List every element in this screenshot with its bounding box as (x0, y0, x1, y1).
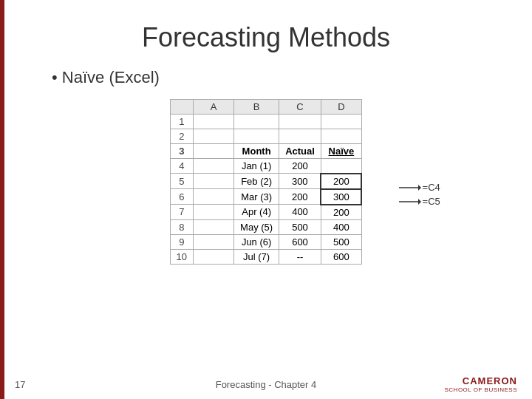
row-num: 9 (170, 234, 193, 249)
cell-actual-apr: 400 (279, 205, 321, 220)
cell-a4 (194, 159, 234, 174)
left-border-decoration (0, 0, 4, 399)
cell-naive-jun: 500 (321, 234, 361, 249)
cell-naive-may: 400 (321, 219, 361, 234)
row-num: 4 (170, 159, 193, 174)
table-row: 10 Jul (7) -- 600 (170, 249, 361, 264)
table-row: 1 (170, 115, 361, 129)
col-b-header: B (234, 100, 279, 115)
table-row: 7 Apr (4) 400 200 (170, 205, 361, 220)
table-row: 6 Mar (3) 200 300 (170, 189, 361, 205)
cell-month-jan: Jan (1) (234, 159, 279, 174)
cell-month-jun: Jun (6) (234, 234, 279, 249)
col-month-header: Month (234, 144, 279, 159)
row-num: 6 (170, 189, 193, 205)
cell-month-apr: Apr (4) (234, 205, 279, 220)
cell-month-may: May (5) (234, 219, 279, 234)
annotation-c5-text: =C5 (423, 196, 440, 207)
col-c-header: C (279, 100, 321, 115)
annotation-c5: =C5 (399, 196, 440, 207)
svg-marker-3 (418, 199, 421, 205)
cell-actual-feb: 300 (279, 174, 321, 189)
row-num: 1 (170, 115, 193, 129)
cell-naive-apr: 200 (321, 205, 361, 220)
cell-b1 (234, 115, 279, 129)
row-num: 3 (170, 144, 193, 159)
cell-d2 (321, 129, 361, 144)
table-header-row: 3 Month Actual Naïve (170, 144, 361, 159)
cell-a7 (194, 205, 234, 220)
cell-c2 (279, 129, 321, 144)
cell-month-mar: Mar (3) (234, 189, 279, 205)
col-a-header: A (194, 100, 234, 115)
footer-text: Forecasting - Chapter 4 (216, 379, 317, 390)
cameron-subtitle: SCHOOL of BUSINESS (445, 386, 518, 393)
table-row: 9 Jun (6) 600 500 (170, 234, 361, 249)
cell-a3 (194, 144, 234, 159)
row-num: 8 (170, 219, 193, 234)
excel-table: A B C D 1 2 (170, 99, 363, 265)
row-num: 10 (170, 249, 193, 264)
cell-naive-mar: 300 (321, 189, 361, 205)
cell-naive-jan (321, 159, 361, 174)
table-row: 8 May (5) 500 400 (170, 219, 361, 234)
corner-cell (170, 100, 193, 115)
col-naive-header: Naïve (321, 144, 361, 159)
arrow-c4 (399, 183, 421, 193)
cell-actual-may: 500 (279, 219, 321, 234)
cameron-logo: CAMERON SCHOOL of BUSINESS (445, 375, 518, 393)
cell-naive-jul: 600 (321, 249, 361, 264)
cell-c1 (279, 115, 321, 129)
table-row: 5 Feb (2) 300 200 (170, 174, 361, 189)
cell-month-feb: Feb (2) (234, 174, 279, 189)
row-num: 5 (170, 174, 193, 189)
row-num: 7 (170, 205, 193, 220)
col-header-row: A B C D (170, 100, 361, 115)
excel-wrapper: A B C D 1 2 (170, 99, 363, 265)
page-number: 17 (15, 379, 25, 390)
col-d-header: D (321, 100, 361, 115)
cell-naive-feb: 200 (321, 174, 361, 189)
cell-a10 (194, 249, 234, 264)
row-num: 2 (170, 129, 193, 144)
cell-actual-jan: 200 (279, 159, 321, 174)
table-row: 2 (170, 129, 361, 144)
cell-actual-mar: 200 (279, 189, 321, 205)
cell-b2 (234, 129, 279, 144)
table-row: 4 Jan (1) 200 (170, 159, 361, 174)
cell-a9 (194, 234, 234, 249)
annotation-c4: =C4 (399, 182, 440, 193)
cameron-title: CAMERON (445, 375, 518, 386)
arrow-c5 (399, 197, 421, 207)
cell-a8 (194, 219, 234, 234)
bullet-naive: • Naïve (Excel) (52, 68, 502, 87)
excel-container: A B C D 1 2 (30, 99, 502, 265)
col-actual-header: Actual (279, 144, 321, 159)
cell-a5 (194, 174, 234, 189)
cell-a1 (194, 115, 234, 129)
annotation-c4-text: =C4 (423, 182, 440, 193)
slide: Forecasting Methods • Naïve (Excel) A B … (0, 0, 532, 399)
svg-marker-1 (418, 185, 421, 191)
cell-a2 (194, 129, 234, 144)
cell-month-jul: Jul (7) (234, 249, 279, 264)
cell-d1 (321, 115, 361, 129)
cell-actual-jul: -- (279, 249, 321, 264)
cell-a6 (194, 189, 234, 205)
slide-title: Forecasting Methods (30, 22, 502, 53)
cell-actual-jun: 600 (279, 234, 321, 249)
